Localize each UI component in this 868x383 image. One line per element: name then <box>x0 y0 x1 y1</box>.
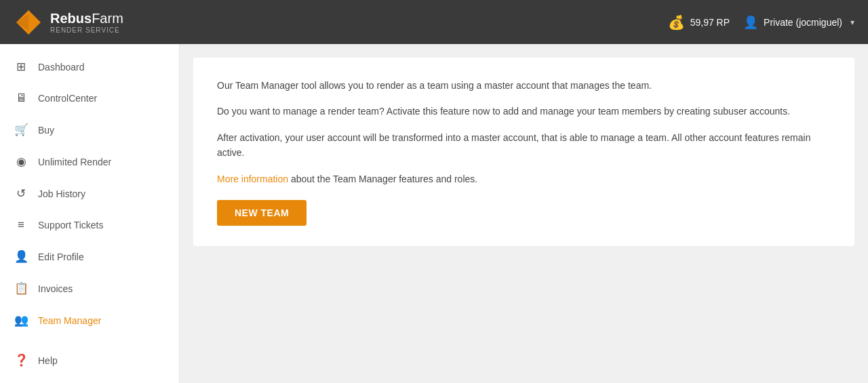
sidebar-bottom: ❓ Help <box>0 344 179 380</box>
sidebar-item-dashboard[interactable]: ⊞ Dashboard <box>0 51 179 83</box>
team-icon: 👥 <box>14 313 28 327</box>
logo-icon <box>14 7 43 37</box>
invoices-icon: 📋 <box>14 281 28 296</box>
new-team-button[interactable]: NEW TEAM <box>217 200 307 226</box>
team-manager-para2: Do you want to manage a render team? Act… <box>217 104 831 119</box>
user-menu[interactable]: 👤 Private (jocmiguel) ▾ <box>743 15 854 30</box>
tickets-icon: ≡ <box>14 218 28 232</box>
history-icon: ↺ <box>14 186 28 201</box>
more-info-link[interactable]: More information <box>217 174 291 184</box>
logo-subtitle: Render Service <box>50 26 123 34</box>
sidebar-item-edit-profile[interactable]: 👤 Edit Profile <box>0 241 179 273</box>
logo: RebusFarm Render Service <box>14 7 123 37</box>
sidebar-item-invoices[interactable]: 📋 Invoices <box>0 273 179 304</box>
help-icon: ❓ <box>14 353 28 367</box>
more-info-line: More information about the Team Manager … <box>217 172 831 186</box>
dashboard-icon: ⊞ <box>14 60 28 74</box>
dropdown-arrow-icon: ▾ <box>850 18 854 27</box>
sidebar-item-label: Unlimited Render <box>38 157 111 167</box>
team-manager-card: Our Team Manager tool allows you to rend… <box>193 58 854 246</box>
sidebar-item-label: Buy <box>38 125 54 136</box>
sidebar-item-support-tickets[interactable]: ≡ Support Tickets <box>0 209 179 241</box>
version-label: V 2.10 <box>0 380 179 383</box>
team-manager-para3: After activation, your user account will… <box>217 130 831 161</box>
logo-name: RebusFarm <box>50 11 123 26</box>
sidebar-item-team-manager[interactable]: 👥 Team Manager <box>0 304 179 336</box>
team-manager-para1: Our Team Manager tool allows you to rend… <box>217 78 831 93</box>
coin-icon: 💰 <box>668 14 685 31</box>
sidebar: ⊞ Dashboard 🖥 ControlCenter 🛒 Buy ◉ Unli… <box>0 44 180 383</box>
monitor-icon: 🖥 <box>14 92 28 105</box>
main-layout: ⊞ Dashboard 🖥 ControlCenter 🛒 Buy ◉ Unli… <box>0 44 868 383</box>
profile-icon: 👤 <box>14 249 28 264</box>
sidebar-item-label: Job History <box>38 188 85 199</box>
sidebar-item-label: Invoices <box>38 283 73 294</box>
cart-icon: 🛒 <box>14 123 28 137</box>
sidebar-item-job-history[interactable]: ↺ Job History <box>0 178 179 209</box>
content-area: Our Team Manager tool allows you to rend… <box>180 44 868 383</box>
logo-text: RebusFarm Render Service <box>50 11 123 34</box>
header: RebusFarm Render Service 💰 59,97 RP 👤 Pr… <box>0 0 868 44</box>
sidebar-item-buy[interactable]: 🛒 Buy <box>0 114 179 146</box>
sidebar-item-label: ControlCenter <box>38 93 97 104</box>
sidebar-item-label: Help <box>38 355 58 366</box>
sidebar-item-unlimited-render[interactable]: ◉ Unlimited Render <box>0 146 179 178</box>
sidebar-item-label: Team Manager <box>38 315 101 326</box>
user-icon: 👤 <box>743 15 758 30</box>
header-right: 💰 59,97 RP 👤 Private (jocmiguel) ▾ <box>668 14 854 31</box>
sidebar-item-label: Support Tickets <box>38 220 104 230</box>
sidebar-item-help[interactable]: ❓ Help <box>0 344 179 376</box>
credits-display: 💰 59,97 RP <box>668 14 730 31</box>
nav-items: ⊞ Dashboard 🖥 ControlCenter 🛒 Buy ◉ Unli… <box>0 51 179 336</box>
unlimited-icon: ◉ <box>14 155 28 169</box>
sidebar-item-label: Dashboard <box>38 62 85 73</box>
credits-amount: 59,97 RP <box>690 17 730 28</box>
sidebar-item-controlcenter[interactable]: 🖥 ControlCenter <box>0 83 179 114</box>
sidebar-item-label: Edit Profile <box>38 251 84 262</box>
user-label: Private (jocmiguel) <box>764 17 842 28</box>
